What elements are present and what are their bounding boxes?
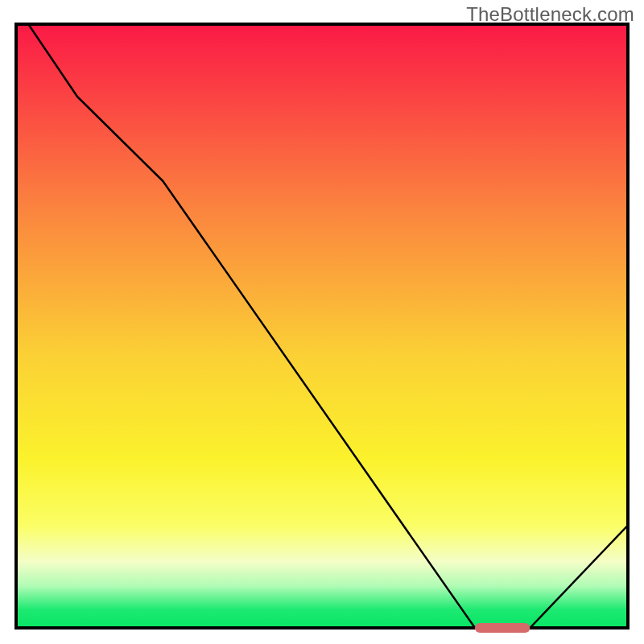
bottleneck-chart: TheBottleneck.com [0,0,644,644]
plot-area [16,24,628,628]
chart-svg [0,0,644,644]
optimal-range-marker [475,623,530,633]
watermark-text: TheBottleneck.com [466,3,634,26]
